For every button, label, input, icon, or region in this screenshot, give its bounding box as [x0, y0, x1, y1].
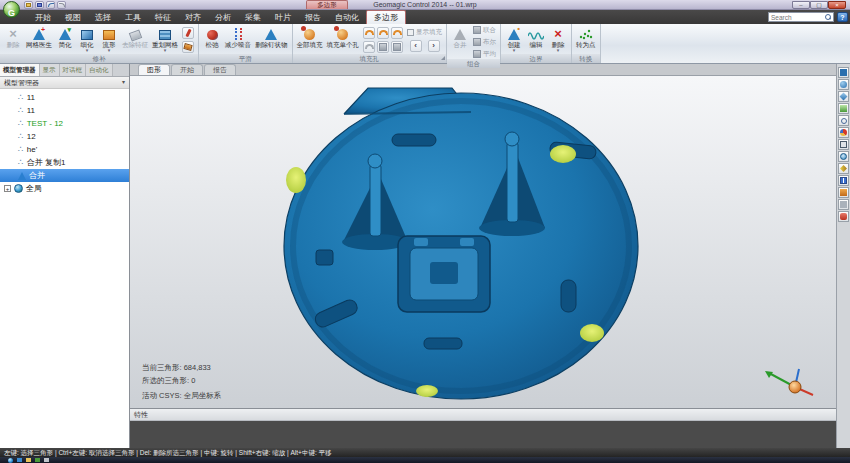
fill-flat-button[interactable]: [391, 27, 403, 39]
tree-item-12[interactable]: ∴ 12: [0, 130, 129, 143]
application-menu-button[interactable]: G: [3, 1, 20, 18]
wireframe-button[interactable]: [838, 199, 849, 210]
taskbar-app-icon-1[interactable]: [17, 458, 22, 462]
window-view-button[interactable]: [838, 139, 849, 150]
tab-model-manager[interactable]: 模型管理器: [0, 64, 40, 76]
ribbon-tab-select[interactable]: 选择: [88, 11, 118, 24]
maximize-button[interactable]: ▢: [810, 1, 828, 9]
tab-automation[interactable]: 自动化: [86, 64, 113, 76]
search-input[interactable]: [769, 14, 825, 21]
mesh-model-canvas[interactable]: [130, 76, 830, 408]
boundary-delete-dropdown-arrow[interactable]: ▾: [557, 48, 560, 52]
decimate-button[interactable]: ▾ 简化: [54, 25, 76, 54]
viewport-tab-graphics[interactable]: 图形: [138, 64, 170, 75]
close-button[interactable]: ×: [828, 1, 846, 9]
chart-button[interactable]: [838, 175, 849, 186]
tree-item-global[interactable]: + 全局: [0, 182, 129, 195]
boundary-edit-button[interactable]: 编辑: [525, 25, 547, 54]
tree-item-merge-selected[interactable]: 合并: [0, 169, 129, 182]
plane-view-button[interactable]: [838, 91, 849, 102]
fill-complete-button[interactable]: [363, 41, 375, 53]
boundary-create-button[interactable]: • 创建 ▾: [503, 25, 525, 54]
graphics-viewport[interactable]: 当前三角形: 684,833 所选的三角形: 0 活动 CSYS: 全局坐标系: [130, 76, 836, 408]
ribbon-tab-capture[interactable]: 采集: [238, 11, 268, 24]
tree-item-merge-copy[interactable]: ∴ 合并 复制1: [0, 156, 129, 169]
ribbon-tab-blade[interactable]: 叶片: [268, 11, 298, 24]
orientation-triad[interactable]: [765, 369, 813, 395]
merge-button[interactable]: 合并: [449, 25, 471, 59]
ribbon-tab-analysis[interactable]: 分析: [208, 11, 238, 24]
remove-spikes-button[interactable]: 删除钉状物: [253, 25, 290, 54]
panel-dropdown-icon[interactable]: ▾: [122, 77, 125, 88]
convert-to-points-button[interactable]: 转为点: [574, 25, 598, 54]
mesh-doctor-button[interactable]: + 网格医生: [24, 25, 54, 54]
pie-stats-button[interactable]: [838, 127, 849, 138]
sandpaper-button[interactable]: [182, 41, 194, 53]
lighting-button[interactable]: [838, 187, 849, 198]
manifold-dropdown-arrow[interactable]: ▾: [108, 48, 111, 52]
refine-button[interactable]: 细化 ▾: [76, 25, 98, 54]
tree-item-he[interactable]: ∴ he': [0, 143, 129, 156]
boundary-delete-button[interactable]: × 删除 ▾: [547, 25, 569, 54]
boundary-create-dropdown-arrow[interactable]: ▾: [513, 48, 516, 52]
show-fill-checkbox[interactable]: [407, 29, 414, 36]
scanned-mesh-model[interactable]: [284, 88, 638, 399]
next-hole-button[interactable]: ›: [428, 40, 440, 52]
sphere-view-button[interactable]: [838, 79, 849, 90]
remove-features-icon: [130, 26, 141, 40]
ribbon-tab-features[interactable]: 特征: [148, 11, 178, 24]
fill-single-button[interactable]: 填充单个孔: [325, 25, 362, 54]
remove-spikes-icon: [265, 26, 277, 40]
ribbon-tab-align[interactable]: 对齐: [178, 11, 208, 24]
zoom-tool-button[interactable]: [838, 115, 849, 126]
taskbar-app-icon-2[interactable]: [26, 458, 31, 462]
tree-item-test-12[interactable]: ∴ TEST - 12: [0, 117, 129, 130]
fill-tangent-button[interactable]: [377, 27, 389, 39]
expand-icon[interactable]: +: [4, 185, 11, 192]
viewport-tab-start[interactable]: 开始: [171, 64, 203, 75]
combine-small-buttons: 联合 布尔 平均: [471, 25, 498, 59]
fill-holes-dialog-launcher[interactable]: [441, 56, 445, 60]
fill-all-button[interactable]: 全部填充: [295, 25, 325, 54]
start-button[interactable]: [8, 458, 13, 463]
delete-button[interactable]: × 删除: [2, 25, 24, 54]
ribbon-tab-view[interactable]: 视图: [58, 11, 88, 24]
taskbar-app-icon-3[interactable]: [35, 458, 40, 462]
ribbon-tab-report[interactable]: 报告: [298, 11, 328, 24]
boolean-button[interactable]: 布尔: [473, 37, 496, 47]
fill-bridge-button[interactable]: [391, 41, 403, 53]
globe-view-button[interactable]: [838, 151, 849, 162]
help-button[interactable]: ?: [837, 12, 848, 22]
pin-tool-button[interactable]: [182, 27, 194, 39]
tree-item-11b[interactable]: ∴ 11: [0, 104, 129, 117]
viewport-tab-report[interactable]: 报告: [204, 64, 236, 75]
shaded-view-button[interactable]: [838, 67, 849, 78]
point-cloud-icon: ∴: [18, 132, 24, 141]
fill-curvature-button[interactable]: [363, 27, 375, 39]
ribbon-tab-automation[interactable]: 自动化: [328, 11, 366, 24]
properties-header[interactable]: 特性: [130, 409, 836, 421]
refine-dropdown-arrow[interactable]: ▾: [86, 48, 89, 52]
measure-button[interactable]: [838, 211, 849, 222]
reduce-noise-button[interactable]: 减少噪音: [223, 25, 253, 54]
ribbon-tab-start[interactable]: 开始: [28, 11, 58, 24]
search-icon[interactable]: [825, 14, 831, 20]
taskbar-app-icon-4[interactable]: [44, 458, 49, 462]
union-button[interactable]: 联合: [473, 25, 496, 35]
fill-partial-button[interactable]: [377, 41, 389, 53]
ribbon-tab-polygons-active[interactable]: 多边形: [366, 10, 406, 24]
minimize-button[interactable]: –: [792, 1, 810, 9]
remove-features-button[interactable]: 去除特征: [120, 25, 150, 54]
tab-dialog[interactable]: 对话框: [60, 64, 87, 76]
previous-hole-button[interactable]: ‹: [410, 40, 422, 52]
annotate-button[interactable]: [838, 163, 849, 174]
average-button[interactable]: 平均: [473, 49, 496, 59]
tree-item-11a[interactable]: ∴ 11: [0, 91, 129, 104]
remesh-button[interactable]: 重划网格 ▾: [150, 25, 180, 54]
manifold-button[interactable]: 流形 ▾: [98, 25, 120, 54]
tab-display[interactable]: 显示: [40, 64, 60, 76]
grid-toggle-button[interactable]: [838, 103, 849, 114]
remesh-dropdown-arrow[interactable]: ▾: [164, 48, 167, 52]
relax-button[interactable]: 松弛: [201, 25, 223, 54]
ribbon-tab-tools[interactable]: 工具: [118, 11, 148, 24]
